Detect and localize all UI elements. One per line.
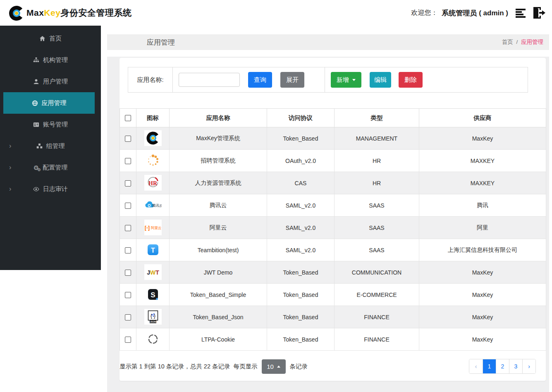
query-button[interactable]: 查询	[248, 72, 272, 88]
sidebar-item-label: 日志审计	[43, 185, 68, 193]
col-header-name: 应用名称	[170, 109, 267, 127]
sidebar-item-audit[interactable]: › 日志审计	[0, 178, 101, 200]
sidebar-item-accounts[interactable]: 账号管理	[0, 114, 101, 135]
prev-page-button[interactable]: ‹	[469, 359, 483, 373]
hr-logo-icon: HR	[144, 175, 162, 191]
vendor-cell: MAXKEY	[419, 150, 546, 172]
search-toolbar: 应用名称: 查询 展开 新增 编辑 删除	[128, 67, 528, 93]
logout-door-icon[interactable]	[531, 6, 545, 19]
svg-text:阿里云: 阿里云	[151, 226, 162, 230]
table-header-row: 图标 应用名称 访问协议 类型 供应商	[120, 109, 546, 127]
sidebar-item-apps[interactable]: 应用管理	[3, 92, 95, 114]
sidebar-item-org[interactable]: 机构管理	[0, 49, 101, 71]
type-cell: HR	[335, 150, 419, 172]
row-checkbox[interactable]	[125, 270, 131, 276]
breadcrumb-home-link[interactable]: 首页	[502, 39, 513, 45]
page-button-3[interactable]: 3	[509, 359, 522, 373]
protocol-cell: OAuth_v2.0	[267, 150, 335, 172]
brand: MaxKey身份安全管理系统	[8, 5, 131, 21]
sidebar-item-users[interactable]: 用户管理	[0, 71, 101, 92]
vendor-cell: MAXKEY	[419, 172, 546, 194]
col-header-vendor: 供应商	[419, 109, 546, 127]
teambition-icon: T	[144, 242, 162, 258]
sidebar-item-config[interactable]: › ⚙⚙ 配置管理	[0, 157, 101, 178]
col-header-icon: 图标	[136, 109, 170, 127]
sidebar-item-groups[interactable]: › 组管理	[0, 135, 101, 157]
vendor-cell: MaxKey	[419, 284, 546, 306]
svg-text:HR: HR	[148, 180, 158, 186]
type-cell: SAAS	[335, 217, 419, 239]
row-checkbox[interactable]	[125, 203, 131, 209]
sidebar-item-label: 用户管理	[43, 78, 68, 86]
page-size-dropdown[interactable]: 10	[262, 359, 286, 374]
row-checkbox[interactable]	[125, 337, 131, 343]
row-checkbox[interactable]	[125, 180, 131, 186]
s-logo-icon: S	[144, 287, 162, 302]
type-cell: E-COMMERCE	[335, 284, 419, 306]
menu-list-icon[interactable]	[515, 7, 527, 19]
table-row[interactable]: LTPA-Cookie Token_Based FINANCE MaxKey	[120, 328, 546, 351]
row-checkbox[interactable]	[125, 225, 131, 231]
ltpa-circle-icon	[144, 331, 162, 347]
breadcrumb-current: 应用管理	[521, 39, 543, 45]
type-cell: SAAS	[335, 239, 419, 261]
row-checkbox[interactable]	[125, 314, 131, 320]
table-row[interactable]: 招聘管理系统 OAuth_v2.0 HR MAXKEY	[120, 150, 546, 172]
col-header-protocol: 访问协议	[267, 109, 335, 127]
select-all-checkbox[interactable]	[125, 115, 131, 121]
app-name-cell: MaxKey管理系统	[170, 127, 267, 150]
table-row[interactable]: MaxKey管理系统 Token_Based MANAGEMENT MaxKey	[120, 127, 546, 150]
table-row[interactable]: T Teambition(test) SAML_v2.0 SAAS 上海汇翼信息…	[120, 239, 546, 261]
chevron-right-icon[interactable]: ›	[9, 142, 11, 150]
table-row[interactable]: [-] 阿里云 阿里云 SAML_v2.0 SAAS 阿里	[120, 217, 546, 239]
app-name-cell: 阿里云	[170, 217, 267, 239]
table-row[interactable]: 腾讯云 腾讯云 SAML_v2.0 SAAS 腾讯	[120, 194, 546, 217]
chevron-right-icon[interactable]: ›	[9, 185, 11, 193]
add-button[interactable]: 新增	[331, 72, 361, 88]
svg-text:T: T	[151, 246, 155, 253]
chevron-right-icon[interactable]: ›	[9, 164, 11, 171]
col-header-type: 类型	[335, 109, 419, 127]
page-button-1[interactable]: 1	[483, 359, 496, 373]
json-icon: { } JSON	[144, 309, 162, 325]
protocol-cell: CAS	[267, 172, 335, 194]
sidebar-item-label: 首页	[49, 35, 62, 43]
vendor-cell: 腾讯	[419, 194, 546, 217]
delete-button[interactable]: 删除	[399, 72, 423, 88]
page-button-2[interactable]: 2	[496, 359, 509, 373]
table-row[interactable]: JWT JWT Demo Token_Based COMMUNICATION M…	[120, 261, 546, 284]
sidebar: 首页 机构管理 用户管理 应用管理	[0, 26, 101, 270]
per-page-prefix: 每页显示	[234, 363, 258, 370]
expand-button[interactable]: 展开	[280, 72, 304, 88]
content-area: 应用名称: 查询 展开 新增 编辑 删除 图标	[107, 57, 549, 392]
maxkey-logo-icon	[8, 5, 25, 21]
per-page-suffix: 条记录	[290, 363, 308, 370]
protocol-cell: Token_Based	[267, 306, 335, 328]
type-cell: MANAGEMENT	[335, 127, 419, 150]
app-name-cell: Token_Based_Json	[170, 306, 267, 328]
page-list: ‹ 1 2 3 ›	[469, 359, 536, 374]
sidebar-item-home[interactable]: 首页	[0, 28, 101, 49]
next-page-button[interactable]: ›	[522, 359, 535, 373]
row-checkbox[interactable]	[125, 136, 131, 142]
app-name-input[interactable]	[179, 73, 240, 87]
protocol-cell: Token_Based	[267, 328, 335, 351]
table-row[interactable]: HR 人力资源管理系统 CAS HR MAXKEY	[120, 172, 546, 194]
row-checkbox[interactable]	[125, 158, 131, 164]
vendor-cell: MaxKey	[419, 127, 546, 150]
row-checkbox[interactable]	[125, 292, 131, 298]
protocol-cell: Token_Based	[267, 261, 335, 284]
globe-icon	[32, 100, 38, 106]
type-cell: SAAS	[335, 194, 419, 217]
table-row[interactable]: { } JSON Token_Based_Json Token_Based FI…	[120, 306, 546, 328]
protocol-cell: SAML_v2.0	[267, 239, 335, 261]
maxkey-logo-icon	[144, 130, 162, 146]
pagination-bar: 显示第 1 到第 10 条记录，总共 22 条记录 每页显示 10 条记录 ‹ …	[119, 358, 546, 375]
table-row[interactable]: S Token_Based_Simple Token_Based E-COMME…	[120, 284, 546, 306]
vendor-cell: MaxKey	[419, 261, 546, 284]
svg-text:腾讯云: 腾讯云	[152, 203, 162, 208]
row-checkbox[interactable]	[125, 247, 131, 253]
edit-button[interactable]: 编辑	[370, 72, 391, 88]
current-user: 系统管理员 ( admin )	[442, 8, 508, 18]
sidebar-item-label: 账号管理	[43, 121, 68, 129]
